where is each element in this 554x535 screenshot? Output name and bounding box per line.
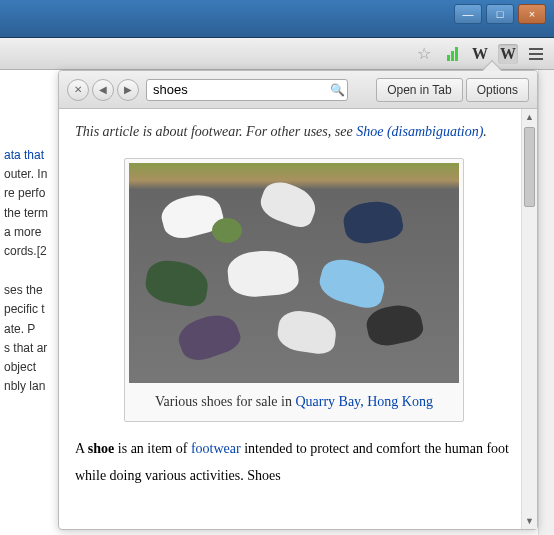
window-controls: — □ × [454, 4, 546, 24]
back-button[interactable]: ◀ [92, 79, 114, 101]
search-button[interactable]: 🔍 [327, 80, 347, 100]
scroll-thumb[interactable] [524, 127, 535, 207]
popup-toolbar: ✕ ◀ ▶ 🔍 Open in Tab Options [59, 71, 537, 109]
search-input[interactable] [147, 82, 327, 97]
window-close-button[interactable]: × [518, 4, 546, 24]
scroll-up-icon[interactable]: ▲ [522, 109, 537, 125]
article-image-thumb: Various shoes for sale in Quarry Bay, Ho… [124, 158, 464, 423]
popup-scrollbar[interactable]: ▲ ▼ [521, 109, 537, 529]
popup-close-button[interactable]: ✕ [67, 79, 89, 101]
page-scrollbar[interactable] [538, 70, 554, 535]
open-in-tab-button[interactable]: Open in Tab [376, 78, 463, 102]
disambiguation-link[interactable]: Shoe (disambiguation) [356, 124, 483, 139]
image-caption: Various shoes for sale in Quarry Bay, Ho… [129, 383, 459, 418]
footwear-link[interactable]: footwear [191, 441, 241, 456]
scroll-down-icon[interactable]: ▼ [522, 513, 537, 529]
background-webpage: ata that outer. In re perfo the term a m… [0, 70, 60, 535]
maximize-button[interactable]: □ [486, 4, 514, 24]
search-icon: 🔍 [330, 83, 345, 97]
hatnote: This article is about footwear. For othe… [75, 119, 513, 146]
search-box: 🔍 [146, 79, 348, 101]
wikipedia-popup: ✕ ◀ ▶ 🔍 Open in Tab Options This article… [58, 70, 538, 530]
bookmark-star-icon[interactable]: ☆ [414, 44, 434, 64]
signal-extension-icon[interactable] [442, 44, 462, 64]
window-titlebar: — □ × [0, 0, 554, 38]
options-button[interactable]: Options [466, 78, 529, 102]
article-paragraph: A shoe is an item of footwear intended t… [75, 436, 513, 489]
caption-link[interactable]: Quarry Bay, Hong Kong [295, 394, 433, 409]
wikipedia-icon[interactable]: W [470, 44, 490, 64]
browser-toolbar: ☆ W W [0, 38, 554, 70]
menu-icon[interactable] [526, 44, 546, 64]
article-image[interactable] [129, 163, 459, 383]
article-content: This article is about footwear. For othe… [59, 109, 537, 529]
minimize-button[interactable]: — [454, 4, 482, 24]
wikipedia-extension-icon[interactable]: W [498, 44, 518, 64]
forward-button[interactable]: ▶ [117, 79, 139, 101]
